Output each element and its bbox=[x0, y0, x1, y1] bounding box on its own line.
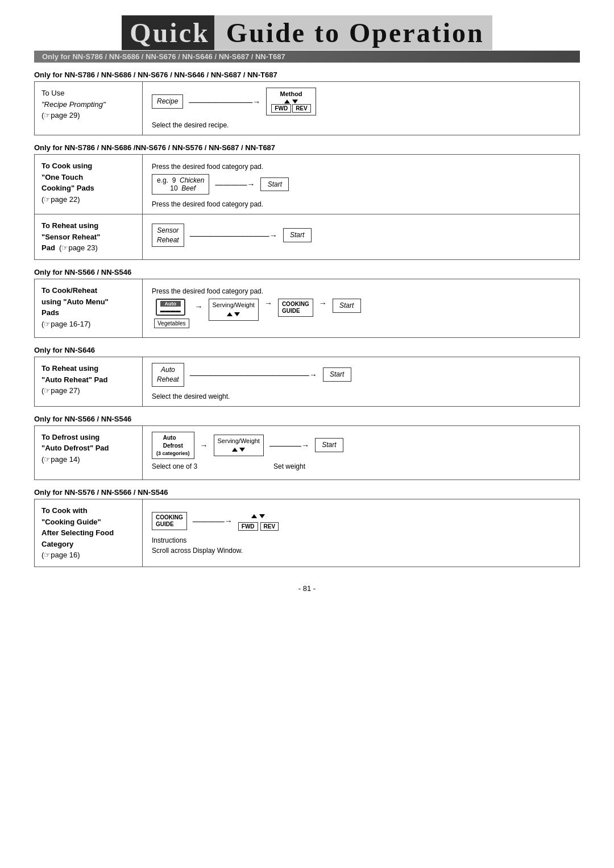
section2-models: Only for NN-S786 / NN-S686 /NN-S676 / NN… bbox=[34, 143, 580, 152]
auto-defrost-btn: AutoDefrost(3 categories) bbox=[152, 432, 194, 460]
cooking-guide-btn: COOKINGGUIDE bbox=[152, 512, 187, 530]
fwd-rev-arrows bbox=[251, 511, 265, 520]
one-touch-ref: (☞page 22) bbox=[42, 195, 80, 204]
auto-menu-buttons: Auto ▬▬▬▬ Vegetables bbox=[152, 299, 189, 328]
auto-defrost-notes: Select one of 3 Set weight bbox=[152, 462, 570, 470]
auto-menu-box: Auto ▬▬▬▬ bbox=[156, 299, 185, 316]
method-box: Method FWD REV bbox=[266, 88, 316, 115]
section7-models: Only for NN-S576 / NN-S566 / NN-S546 bbox=[34, 488, 580, 497]
auto-reheat-start: Start bbox=[323, 367, 351, 382]
auto-menu-note-top: Press the desired food category pad. bbox=[152, 287, 570, 295]
triangle-down-icon bbox=[292, 97, 298, 104]
one-touch-row: To Cook using"One TouchCooking" Pads (☞p… bbox=[34, 154, 580, 214]
auto-reheat-arrow: ———————————————→ bbox=[190, 370, 317, 379]
one-touch-left: To Cook using"One TouchCooking" Pads (☞p… bbox=[35, 155, 143, 214]
one-touch-note-bottom: Press the desired food category pad. bbox=[152, 200, 570, 208]
method-arrows bbox=[271, 97, 310, 104]
recipe-row: To Use"Recipe Prompting"(☞page 29) Recip… bbox=[34, 81, 580, 135]
section4-models: Only for NN-S566 / NN-S546 bbox=[34, 268, 580, 276]
auto-defrost-categories: (3 categories) bbox=[156, 450, 190, 457]
page-container: Quick Guide to Operation Only for NN-S78… bbox=[34, 17, 580, 593]
cooking-guide-arrow: ————→ bbox=[193, 516, 233, 526]
sensor-reheat-flow: SensorReheat ——————————→ Start bbox=[152, 224, 570, 247]
main-title: Quick Guide to Operation bbox=[122, 17, 492, 48]
auto-menu-label: To Cook/Reheatusing "Auto Menu"Pads bbox=[42, 286, 109, 317]
recipe-arrow: ————————→ bbox=[189, 97, 260, 106]
sensor-reheat-arrow: ——————————→ bbox=[190, 231, 277, 240]
recipe-ref: (☞page 29) bbox=[42, 111, 80, 119]
sensor-reheat-row: To Reheat using"Sensor Reheat"Pad (☞page… bbox=[34, 214, 580, 260]
auto-defrost-select-note: Select one of 3 bbox=[152, 462, 226, 470]
auto-menu-left: To Cook/Reheatusing "Auto Menu"Pads (☞pa… bbox=[35, 279, 143, 337]
fwd-rev-btns: FWD REV bbox=[238, 522, 279, 531]
sensor-reheat-btn: SensorReheat bbox=[152, 224, 184, 247]
fwd-rev-row: FWD REV bbox=[271, 104, 310, 113]
auto-reheat-note: Select the desired weight. bbox=[152, 392, 570, 400]
page-number-text: - 81 - bbox=[298, 584, 316, 593]
auto-menu-right: Press the desired food category pad. Aut… bbox=[143, 279, 579, 337]
auto-menu-row: To Cook/Reheatusing "Auto Menu"Pads (☞pa… bbox=[34, 279, 580, 338]
auto-menu-arrow2: → bbox=[264, 299, 272, 308]
auto-defrost-arrow1: → bbox=[200, 441, 208, 450]
one-touch-note-top: Press the desired food category pad. bbox=[152, 163, 570, 171]
auto-defrost-ref: (☞page 14) bbox=[42, 455, 80, 464]
auto-defrost-row: To Defrost using"Auto Defrost" Pad (☞pag… bbox=[34, 425, 580, 481]
auto-defrost-left: To Defrost using"Auto Defrost" Pad (☞pag… bbox=[35, 426, 143, 480]
cooking-guide-scroll-note: Scroll across Display Window. bbox=[152, 547, 570, 555]
fwd-rev-block: FWD REV bbox=[238, 511, 279, 531]
auto-menu-arrow1: → bbox=[195, 302, 203, 311]
cooking-guide-right: COOKINGGUIDE ————→ FWD REV Instructions … bbox=[143, 499, 579, 567]
title-block: Quick Guide to Operation bbox=[34, 17, 580, 48]
section6-models: Only for NN-S566 / NN-S546 bbox=[34, 415, 580, 423]
auto-reheat-btn: AutoReheat bbox=[152, 363, 184, 387]
auto-reheat-left: To Reheat using"Auto Reheat" Pad (☞page … bbox=[35, 357, 143, 406]
auto-reheat-flow: AutoReheat ———————————————→ Start bbox=[152, 363, 570, 387]
section1-models: Only for NN-S786 / NN-S686 / NN-S676 / N… bbox=[34, 71, 580, 79]
cooking-guide-box: COOKINGGUIDE bbox=[278, 299, 313, 317]
auto-reheat-ref: (☞page 27) bbox=[42, 386, 80, 395]
cooking-guide-ref: (☞page 16) bbox=[42, 551, 80, 559]
recipe-left: To Use"Recipe Prompting"(☞page 29) bbox=[35, 82, 143, 135]
subtitle-bar: Only for NN-S786 / NN-S686 / NN-S676 / N… bbox=[34, 51, 580, 63]
subtitle-text: Only for NN-S786 / NN-S686 / NN-S676 / N… bbox=[42, 52, 285, 61]
recipe-right: Recipe ————————→ Method FWD REV Select t… bbox=[143, 82, 579, 135]
rev-btn: REV bbox=[292, 104, 311, 113]
fwd-label: FWD bbox=[238, 522, 258, 531]
auto-reheat-row: To Reheat using"Auto Reheat" Pad (☞page … bbox=[34, 357, 580, 407]
auto-defrost-flow: AutoDefrost(3 categories) → Serving/Weig… bbox=[152, 432, 570, 460]
cooking-guide-row: To Cook with"Cooking Guide"After Selecti… bbox=[34, 499, 580, 567]
rev-down-icon bbox=[259, 511, 265, 520]
recipe-btn: Recipe bbox=[152, 94, 183, 109]
fwd-btn: FWD bbox=[271, 104, 291, 113]
one-touch-start: Start bbox=[260, 177, 289, 192]
auto-menu-flow: Auto ▬▬▬▬ Vegetables → Serving/Weight → … bbox=[152, 299, 570, 328]
one-touch-right: Press the desired food category pad. e.g… bbox=[143, 155, 579, 214]
sw-arrows bbox=[227, 309, 240, 318]
auto-reheat-label: To Reheat using"Auto Reheat" Pad bbox=[42, 364, 107, 384]
serving-weight-box: Serving/Weight bbox=[209, 299, 259, 321]
one-touch-arrow: ————→ bbox=[215, 180, 255, 189]
auto-menu-arrow3: → bbox=[319, 299, 327, 308]
cooking-guide-label: To Cook with"Cooking Guide"After Selecti… bbox=[42, 506, 114, 548]
vegetables-box: Vegetables bbox=[154, 319, 189, 328]
eg-box: e.g. 9 Chicken 10 Beef bbox=[152, 174, 209, 195]
title-light-part: Guide to Operation bbox=[214, 15, 492, 50]
recipe-use-label: To Use"Recipe Prompting"(☞page 29) bbox=[42, 89, 106, 119]
triangle-up-icon bbox=[284, 97, 290, 104]
sensor-reheat-left: To Reheat using"Sensor Reheat"Pad (☞page… bbox=[35, 214, 143, 259]
auto-defrost-right: AutoDefrost(3 categories) → Serving/Weig… bbox=[143, 426, 579, 480]
auto-defrost-weight-note: Set weight bbox=[273, 462, 305, 470]
one-touch-label: To Cook using"One TouchCooking" Pads bbox=[42, 162, 94, 192]
recipe-flow: Recipe ————————→ Method FWD REV bbox=[152, 88, 570, 115]
auto-menu-inner: Auto bbox=[160, 301, 181, 307]
recipe-note: Select the desired recipe. bbox=[152, 121, 570, 129]
cooking-guide-left: To Cook with"Cooking Guide"After Selecti… bbox=[35, 499, 143, 567]
auto-menu-ref: (☞page 16-17) bbox=[42, 320, 90, 328]
fwd-up-icon bbox=[251, 511, 257, 520]
auto-defrost-start: Start bbox=[315, 438, 343, 452]
auto-menu-sublabel: ▬▬▬▬ bbox=[160, 308, 181, 313]
auto-defrost-label: To Defrost using"Auto Defrost" Pad bbox=[42, 433, 109, 453]
auto-defrost-sw-box: Serving/Weight bbox=[214, 435, 264, 457]
auto-defrost-sw-arrows bbox=[232, 445, 245, 454]
one-touch-flow: e.g. 9 Chicken 10 Beef ————→ Start bbox=[152, 174, 570, 195]
